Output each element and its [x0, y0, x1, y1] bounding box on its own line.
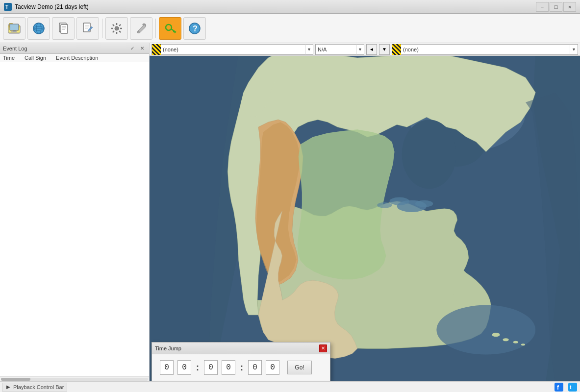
right-dropdown[interactable]: (none) ▼ [392, 44, 578, 55]
svg-line-30 [119, 31, 121, 32]
twitter-button[interactable]: t [567, 383, 578, 392]
right-dropdown-arrow: ▼ [570, 44, 578, 55]
playback-icon: ▶ [5, 384, 11, 390]
dialog-body: 0 0 : 0 0 : 0 0 Go! [152, 354, 330, 381]
svg-line-32 [113, 31, 114, 32]
scrollbar-track [1, 378, 148, 381]
help-button[interactable]: ? [183, 17, 206, 40]
colon-1: : [196, 363, 199, 373]
go-button[interactable]: Go! [287, 361, 312, 374]
key-button[interactable] [159, 17, 181, 40]
title-bar: T Tacview Demo (21 days left) − □ × [0, 0, 580, 14]
twitter-icon: t [568, 383, 577, 392]
event-log-title: Event Log [3, 46, 27, 51]
hour-tens-digit[interactable]: 0 [160, 360, 174, 375]
window-controls: − □ × [536, 2, 576, 12]
maximize-button[interactable]: □ [550, 2, 562, 12]
middle-dropdown-text: N/A [316, 47, 356, 52]
event-log-header: Event Log ✓ ✕ [0, 43, 149, 54]
toolbar: ? [0, 14, 580, 43]
event-log-body[interactable] [0, 62, 149, 376]
left-dropdown[interactable]: (none) ▼ [151, 44, 313, 55]
svg-point-58 [402, 120, 456, 189]
sec-tens-digit[interactable]: 0 [248, 360, 262, 375]
scrollbar-thumb [1, 378, 30, 381]
close-button[interactable]: × [563, 2, 576, 12]
hour-ones-digit[interactable]: 0 [177, 360, 191, 375]
dialog-title-bar: Time Jump ✕ [152, 343, 330, 354]
folder-icon [7, 22, 21, 35]
status-right: f t [554, 383, 578, 392]
open-file-button[interactable] [3, 17, 25, 40]
event-log-columns: Time Call Sign Event Description [0, 54, 149, 62]
svg-point-60 [389, 197, 409, 205]
dialog-overlay: Time Jump ✕ 0 0 : 0 0 : 0 0 Go! [151, 342, 330, 381]
event-log-panel: Event Log ✓ ✕ Time Call Sign Event Descr… [0, 43, 150, 381]
nav-prev-button[interactable]: ◄ [366, 44, 377, 55]
map-area: (none) ▼ N/A ▼ ◄ ▼ (none) ▼ [150, 43, 580, 381]
wrench-icon [134, 22, 148, 35]
toolbar-divider-2 [155, 19, 156, 38]
edit-icon [81, 22, 95, 35]
help-icon: ? [188, 22, 202, 35]
min-tens-digit[interactable]: 0 [204, 360, 218, 375]
toolbar-divider-1 [102, 19, 102, 38]
col-time: Time [3, 55, 15, 61]
main-area: Event Log ✓ ✕ Time Call Sign Event Descr… [0, 43, 580, 381]
colon-2: : [240, 363, 243, 373]
panel-close-button[interactable]: ✕ [138, 45, 146, 52]
col-callsign: Call Sign [25, 55, 46, 61]
event-log-scrollbar[interactable] [0, 376, 149, 381]
svg-line-29 [113, 24, 114, 25]
svg-point-56 [513, 341, 518, 343]
status-bar: ▶ Playback Control Bar f t [0, 381, 580, 392]
min-ones-digit[interactable]: 0 [222, 360, 235, 375]
dialog-title: Time Jump [155, 345, 181, 351]
telemetry-button[interactable] [27, 17, 50, 40]
svg-point-53 [436, 305, 535, 355]
svg-rect-7 [10, 24, 19, 30]
svg-point-55 [503, 338, 509, 341]
right-dropdown-text: (none) [401, 47, 570, 52]
app-icon: T [4, 3, 12, 11]
playback-label: Playback Control Bar [13, 384, 64, 390]
middle-dropdown[interactable]: N/A ▼ [315, 44, 364, 55]
copy-button[interactable] [52, 17, 75, 40]
time-jump-dialog: Time Jump ✕ 0 0 : 0 0 : 0 0 Go! [151, 342, 330, 381]
nav-next-button[interactable]: ▼ [379, 44, 390, 55]
svg-point-24 [115, 26, 119, 30]
dropdown-bar: (none) ▼ N/A ▼ ◄ ▼ (none) ▼ [150, 43, 580, 56]
map-svg [150, 56, 580, 381]
title-bar-left: T Tacview Demo (21 days left) [4, 3, 89, 11]
facebook-button[interactable]: f [554, 383, 564, 392]
svg-rect-9 [11, 31, 17, 32]
window-title: Tacview Demo (21 days left) [15, 3, 89, 10]
svg-point-33 [166, 24, 172, 30]
dialog-close-button[interactable]: ✕ [319, 344, 327, 352]
copy-icon [56, 22, 70, 35]
playback-control-item[interactable]: ▶ Playback Control Bar [2, 383, 67, 392]
svg-line-31 [119, 24, 121, 25]
right-dropdown-stripe [392, 44, 401, 55]
svg-text:?: ? [193, 24, 198, 33]
svg-point-62 [377, 202, 392, 208]
svg-rect-15 [61, 24, 68, 33]
minimize-button[interactable]: − [536, 2, 549, 12]
left-dropdown-arrow: ▼ [305, 44, 313, 55]
middle-dropdown-arrow: ▼ [356, 44, 364, 55]
left-dropdown-text: (none) [161, 47, 305, 52]
svg-rect-65 [555, 383, 563, 392]
sec-ones-digit[interactable]: 0 [266, 360, 279, 375]
svg-text:T: T [5, 4, 8, 10]
map-canvas[interactable]: Time Jump ✕ 0 0 : 0 0 : 0 0 Go! [150, 56, 580, 381]
tools-button[interactable] [130, 17, 152, 40]
panel-header-controls: ✓ ✕ [128, 45, 146, 52]
gear-icon [110, 22, 124, 35]
settings-button[interactable] [105, 17, 128, 40]
svg-point-57 [521, 343, 525, 345]
panel-pin-button[interactable]: ✓ [128, 45, 136, 52]
svg-point-54 [492, 333, 500, 337]
edit-button[interactable] [76, 17, 99, 40]
left-dropdown-stripe [152, 44, 161, 55]
key-icon [163, 22, 177, 35]
